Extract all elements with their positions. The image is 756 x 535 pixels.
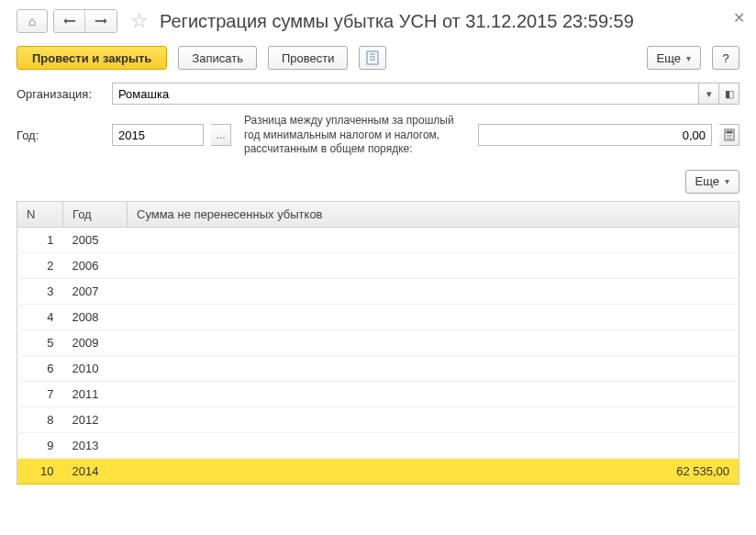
org-label: Организация: <box>17 87 105 101</box>
org-dropdown-button[interactable]: ▾ <box>699 83 719 105</box>
losses-table: N Год Сумма не перенесенных убытков 1200… <box>17 201 739 485</box>
cell-n: 3 <box>17 278 63 304</box>
svg-rect-0 <box>367 51 378 64</box>
close-icon[interactable]: ✕ <box>733 9 745 27</box>
table-more-button[interactable]: Еще <box>685 170 739 194</box>
svg-point-7 <box>728 136 730 138</box>
page-title: Регистрация суммы убытка УСН от 31.12.20… <box>160 11 634 32</box>
cell-n: 7 <box>17 381 63 407</box>
nav-history: 🠔 🠖 <box>53 9 117 33</box>
cell-year: 2006 <box>63 252 128 278</box>
cell-sum <box>128 355 739 381</box>
cell-year: 2008 <box>63 304 128 329</box>
post-and-close-button[interactable]: Провести и закрыть <box>17 46 167 70</box>
calc-button[interactable] <box>719 124 739 146</box>
svg-point-11 <box>730 139 732 140</box>
svg-point-9 <box>727 139 728 140</box>
cell-n: 5 <box>17 329 63 355</box>
svg-point-6 <box>727 136 728 138</box>
table-row[interactable]: 32007 <box>17 278 739 304</box>
cell-sum <box>128 381 739 407</box>
cell-sum <box>128 227 739 252</box>
table-row[interactable]: 72011 <box>17 381 739 407</box>
report-icon <box>366 50 379 65</box>
cell-year: 2005 <box>63 227 128 252</box>
cell-sum <box>128 407 739 432</box>
cell-year: 2012 <box>63 407 128 432</box>
year-select-button[interactable]: … <box>211 124 231 146</box>
report-button[interactable] <box>359 46 386 70</box>
svg-rect-5 <box>726 131 732 134</box>
diff-input[interactable] <box>478 124 712 146</box>
cell-year: 2007 <box>63 278 128 304</box>
forward-button[interactable]: 🠖 <box>85 10 117 32</box>
cell-sum <box>128 278 739 304</box>
table-row[interactable]: 22006 <box>17 252 739 278</box>
cell-sum <box>128 432 739 458</box>
svg-point-8 <box>730 136 732 138</box>
cell-sum <box>128 252 739 278</box>
post-button[interactable]: Провести <box>268 46 349 70</box>
col-sum[interactable]: Сумма не перенесенных убытков <box>128 201 739 227</box>
col-n[interactable]: N <box>17 201 63 227</box>
more-button[interactable]: Еще <box>647 46 701 70</box>
cell-year: 2009 <box>63 329 128 355</box>
cell-year: 2014 <box>63 458 128 484</box>
cell-year: 2011 <box>63 381 128 407</box>
year-input[interactable] <box>112 124 204 146</box>
table-row[interactable]: 62010 <box>17 355 739 381</box>
cell-n: 9 <box>17 432 63 458</box>
col-year[interactable]: Год <box>63 201 128 227</box>
org-open-button[interactable]: ◧ <box>719 83 739 105</box>
cell-n: 8 <box>17 407 63 432</box>
diff-label: Разница между уплаченным за прошлый год … <box>239 114 471 157</box>
table-row[interactable]: 92013 <box>17 432 739 458</box>
save-button[interactable]: Записать <box>178 46 257 70</box>
org-input[interactable] <box>112 83 699 105</box>
cell-n: 10 <box>17 458 63 484</box>
home-icon: ⌂ <box>28 14 36 28</box>
home-button[interactable]: ⌂ <box>17 9 48 33</box>
cell-sum <box>128 329 739 355</box>
cell-sum <box>128 304 739 329</box>
cell-sum: 62 535,00 <box>128 458 739 484</box>
table-row[interactable]: 42008 <box>17 304 739 329</box>
svg-point-10 <box>728 139 730 140</box>
table-row[interactable]: 12005 <box>17 227 739 252</box>
table-row[interactable]: 52009 <box>17 329 739 355</box>
cell-n: 6 <box>17 355 63 381</box>
help-button[interactable]: ? <box>712 46 739 70</box>
cell-n: 2 <box>17 252 63 278</box>
table-row[interactable]: 10201462 535,00 <box>17 458 739 484</box>
cell-year: 2013 <box>63 432 128 458</box>
favorite-icon[interactable]: ☆ <box>130 9 149 33</box>
back-button[interactable]: 🠔 <box>54 10 85 32</box>
cell-n: 4 <box>17 304 63 329</box>
calculator-icon <box>724 128 735 141</box>
year-label: Год: <box>17 128 105 142</box>
table-row[interactable]: 82012 <box>17 407 739 432</box>
cell-year: 2010 <box>63 355 128 381</box>
cell-n: 1 <box>17 227 63 252</box>
